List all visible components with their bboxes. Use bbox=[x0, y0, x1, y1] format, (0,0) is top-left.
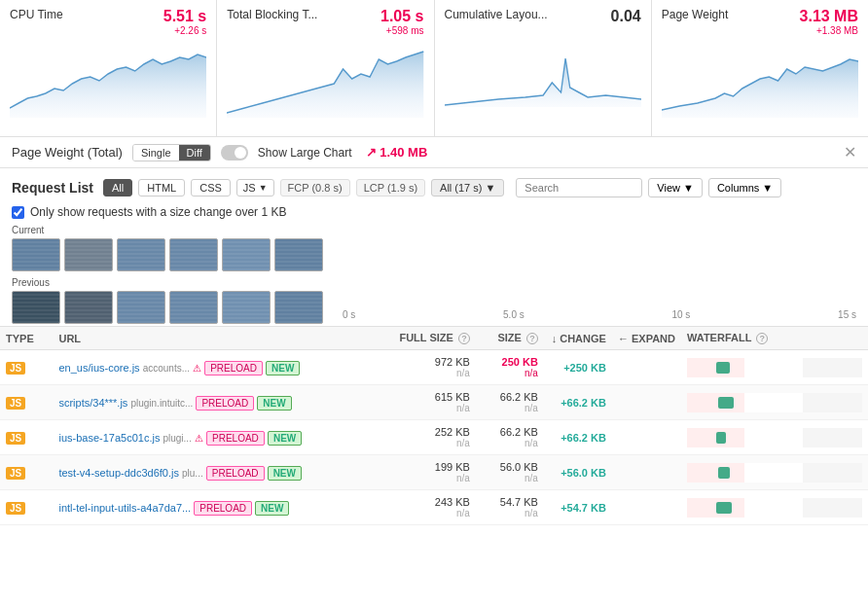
size-help-icon[interactable]: ? bbox=[526, 333, 538, 344]
new-badge: NEW bbox=[255, 501, 289, 516]
metric-delta-blocking: +598 ms bbox=[380, 25, 423, 36]
cell-type: JS bbox=[0, 385, 53, 420]
change-value: +66.2 KB bbox=[561, 432, 606, 444]
search-input[interactable] bbox=[516, 178, 642, 197]
col-expand: ← EXPAND bbox=[612, 327, 681, 350]
url-host: plugi... bbox=[163, 433, 191, 444]
metric-title-pageweight: Page Weight bbox=[662, 8, 729, 21]
waterfall-bar bbox=[716, 362, 730, 374]
col-size: SIZE ? bbox=[476, 327, 544, 350]
cell-expand bbox=[612, 350, 681, 385]
col-fullsize: FULL SIZE ? bbox=[393, 327, 475, 350]
fullsize-value: 972 KB bbox=[399, 356, 469, 368]
waterfall-background bbox=[687, 358, 862, 377]
filter-all[interactable]: All bbox=[103, 179, 132, 197]
filter-js-dropdown[interactable]: JS ▼ bbox=[236, 179, 274, 197]
chevron-down-icon-columns: ▼ bbox=[762, 182, 773, 194]
url-main[interactable]: test-v4-setup-ddc3d6f0.js bbox=[58, 467, 179, 479]
size-sub: n/a bbox=[482, 368, 538, 378]
preload-badge: PRELOAD bbox=[194, 501, 252, 516]
previous-thumb-row bbox=[12, 291, 323, 324]
chart-pageweight bbox=[662, 40, 858, 118]
change-value: +54.7 KB bbox=[561, 502, 606, 514]
fullsize-help-icon[interactable]: ? bbox=[458, 333, 470, 344]
cell-change: +56.0 KB bbox=[544, 455, 612, 490]
single-diff-toggle[interactable]: Single Diff bbox=[132, 144, 211, 161]
waterfall-background bbox=[687, 393, 862, 412]
filter-html[interactable]: HTML bbox=[138, 179, 185, 197]
columns-button[interactable]: Columns ▼ bbox=[708, 178, 781, 197]
btn-single[interactable]: Single bbox=[133, 145, 179, 161]
cell-fullsize: 972 KBn/a bbox=[393, 350, 475, 385]
cell-url: en_us/ius-core.js accounts... ⚠ PRELOAD … bbox=[53, 350, 393, 385]
cell-expand bbox=[612, 455, 681, 490]
cell-expand bbox=[612, 490, 681, 525]
cell-size: 66.2 KBn/a bbox=[476, 420, 544, 455]
chevron-down-icon-count: ▼ bbox=[485, 182, 495, 194]
cell-type: JS bbox=[0, 455, 53, 490]
waterfall-bar bbox=[718, 467, 730, 479]
thumbnails-panel: Current Previous bbox=[12, 225, 323, 324]
fullsize-sub: n/a bbox=[399, 368, 469, 378]
cell-waterfall bbox=[681, 455, 868, 490]
size-change-label: Only show requests with a size change ov… bbox=[30, 205, 286, 219]
request-filter-row: Request List All HTML CSS JS ▼ FCP (0.8 … bbox=[12, 178, 856, 197]
cell-fullsize: 615 KBn/a bbox=[393, 385, 475, 420]
metric-card-cpu-time: CPU Time 5.51 s +2.26 s bbox=[0, 0, 217, 136]
large-chart-toggle[interactable] bbox=[221, 145, 248, 161]
all-count-dropdown[interactable]: All (17 s) ▼ bbox=[431, 179, 504, 197]
url-main[interactable]: ius-base-17a5c01c.js bbox=[58, 432, 160, 444]
cell-fullsize: 243 KBn/a bbox=[393, 490, 475, 525]
chevron-down-icon-view: ▼ bbox=[683, 182, 694, 194]
thumb-prev-3 bbox=[117, 291, 165, 324]
page-weight-bar: Page Weight (Total) Single Diff Show Lar… bbox=[0, 137, 868, 168]
view-button[interactable]: View ▼ bbox=[648, 178, 703, 197]
thumb-current-1 bbox=[12, 238, 60, 271]
type-badge: JS bbox=[6, 432, 25, 445]
cell-change: +66.2 KB bbox=[544, 420, 612, 455]
pw-amount: ↗ 1.40 MB bbox=[366, 145, 428, 160]
cell-type: JS bbox=[0, 350, 53, 385]
thumb-current-3 bbox=[117, 238, 165, 271]
show-large-label: Show Large Chart bbox=[258, 146, 352, 160]
metric-title-blocking: Total Blocking T... bbox=[227, 8, 317, 21]
cell-waterfall bbox=[681, 385, 868, 420]
filter-css[interactable]: CSS bbox=[191, 179, 231, 197]
thumb-current-6 bbox=[274, 238, 323, 271]
new-badge: NEW bbox=[268, 431, 302, 446]
current-thumbnails: Current bbox=[12, 225, 323, 271]
url-main[interactable]: en_us/ius-core.js bbox=[58, 362, 139, 374]
cell-size: 54.7 KBn/a bbox=[476, 490, 544, 525]
size-sub: n/a bbox=[482, 473, 538, 483]
metric-title-cpu: CPU Time bbox=[10, 8, 63, 21]
metric-card-blocking: Total Blocking T... 1.05 s +598 ms bbox=[217, 0, 434, 136]
size-change-checkbox[interactable] bbox=[12, 206, 24, 219]
size-filter-row: Only show requests with a size change ov… bbox=[12, 205, 856, 219]
warning-icon: ⚠ bbox=[193, 363, 201, 374]
warning-icon: ⚠ bbox=[195, 433, 203, 444]
preload-badge: PRELOAD bbox=[196, 396, 254, 411]
url-main[interactable]: scripts/34***.js bbox=[58, 397, 127, 409]
lcp-badge: LCP (1.9 s) bbox=[356, 179, 425, 197]
size-sub: n/a bbox=[482, 403, 538, 413]
btn-diff[interactable]: Diff bbox=[179, 145, 210, 161]
cell-size: 250 KBn/a bbox=[476, 350, 544, 385]
url-main[interactable]: intl-tel-input-utils-a4a7da7... bbox=[58, 502, 191, 514]
cell-type: JS bbox=[0, 490, 53, 525]
waterfall-help-icon[interactable]: ? bbox=[756, 333, 768, 344]
thumb-prev-6 bbox=[274, 291, 323, 324]
col-change: ↓ CHANGE bbox=[544, 327, 612, 350]
request-list-header: Request List All HTML CSS JS ▼ FCP (0.8 … bbox=[0, 168, 868, 225]
type-badge: JS bbox=[6, 502, 25, 515]
cell-url: ius-base-17a5c01c.js plugi... ⚠ PRELOAD … bbox=[53, 420, 393, 455]
cell-waterfall bbox=[681, 490, 868, 525]
close-button[interactable]: ✕ bbox=[844, 143, 856, 161]
pw-bar-title: Page Weight (Total) bbox=[12, 145, 123, 160]
cell-change: +54.7 KB bbox=[544, 490, 612, 525]
chart-cpu bbox=[10, 40, 206, 118]
thumb-prev-2 bbox=[64, 291, 113, 324]
col-type: TYPE bbox=[0, 327, 53, 350]
table-row: JSen_us/ius-core.js accounts... ⚠ PRELOA… bbox=[0, 350, 868, 385]
request-table: TYPE URL FULL SIZE ? SIZE ? ↓ CHANGE ← E… bbox=[0, 326, 868, 525]
tick-5s: 5.0 s bbox=[503, 309, 524, 320]
